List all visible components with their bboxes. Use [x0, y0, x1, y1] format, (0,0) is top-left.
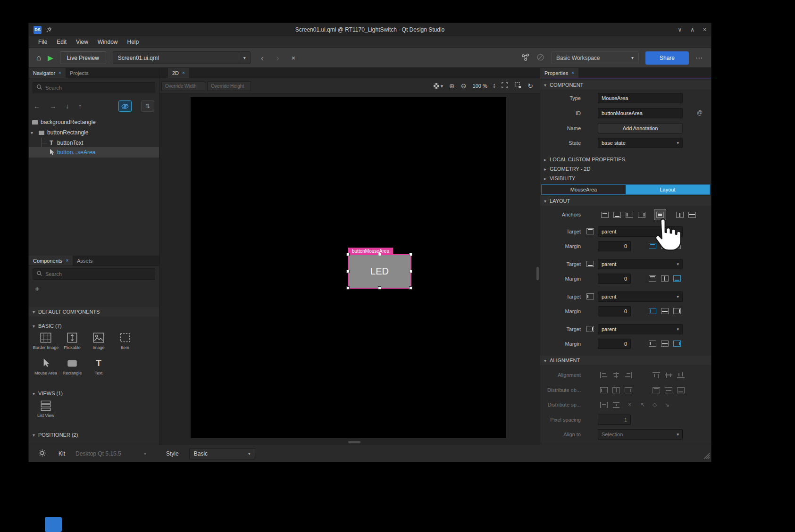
close-icon[interactable]: × [571, 70, 574, 75]
anchor-edge-hcenter-button[interactable] [661, 308, 669, 314]
resize-handle[interactable] [378, 286, 381, 290]
margin-top-field[interactable]: 0 [598, 241, 631, 251]
resize-handle[interactable] [409, 253, 412, 256]
component-mouse-area[interactable]: Mouse Area [33, 357, 59, 375]
maximize-button[interactable]: ∧ [690, 26, 695, 33]
resize-handle[interactable] [378, 253, 381, 256]
pixel-spacing-field[interactable]: 1 [598, 415, 631, 425]
id-field[interactable]: buttonMouseArea [598, 108, 683, 118]
more-options-button[interactable]: ⋯ [695, 54, 703, 62]
align-bottom-icon[interactable] [677, 372, 685, 378]
align-center-h-icon[interactable] [612, 372, 620, 378]
move-left-button[interactable]: ← [33, 102, 40, 110]
close-button[interactable]: × [703, 26, 706, 33]
margin-right-field[interactable]: 0 [598, 339, 631, 349]
navigator-search-input[interactable]: Search [33, 82, 155, 93]
anchor-edge-right-button[interactable] [673, 308, 681, 314]
distribute-origin-bottomright-icon[interactable]: ↘ [665, 402, 669, 408]
anchor-edge-vcenter-button[interactable] [661, 275, 669, 282]
share-button[interactable]: Share [645, 51, 689, 65]
home-icon[interactable]: ⌂ [36, 54, 41, 62]
override-width-input[interactable]: Override Width [161, 81, 205, 91]
menu-view[interactable]: View [71, 37, 93, 47]
section-basic[interactable]: ▾BASIC (7) [29, 321, 159, 331]
align-right-icon[interactable] [625, 372, 632, 378]
components-search-input[interactable]: Search [33, 268, 155, 280]
section-component[interactable]: ▾COMPONENT [540, 80, 711, 90]
background-color-picker[interactable]: ▾ [434, 83, 443, 89]
anchor-bottom-button[interactable] [611, 209, 623, 220]
no-distribute-icon[interactable]: × [628, 402, 631, 408]
tab-components[interactable]: Components× [29, 256, 73, 266]
zoom-out-button[interactable]: ⊖ [461, 82, 467, 90]
anchor-edge-left-button[interactable] [649, 308, 656, 314]
horizontal-scrollbar[interactable] [348, 441, 360, 443]
section-visibility[interactable]: ▸VISIBILITY [540, 174, 711, 183]
nav-back-button[interactable]: ‹ [261, 53, 264, 63]
open-file-dropdown[interactable]: Screen01.ui.qml ▾ [113, 51, 251, 64]
margin-left-field[interactable]: 0 [598, 306, 631, 316]
type-field[interactable]: MouseArea [598, 93, 683, 103]
kit-dropdown[interactable]: Desktop Qt 5.15.5▾ [75, 450, 146, 457]
close-icon[interactable]: × [59, 70, 61, 75]
state-dropdown[interactable]: base state▾ [598, 138, 683, 148]
component-list-view[interactable]: List View [33, 400, 59, 418]
vertical-scrollbar[interactable] [536, 267, 539, 280]
component-flickable[interactable]: Flickable [59, 332, 85, 350]
section-views[interactable]: ▾VIEWS (1) [29, 389, 159, 398]
tab-navigator[interactable]: Navigator× [29, 68, 66, 78]
tab-projects[interactable]: Projects [66, 68, 93, 78]
zoom-stepper[interactable]: ▴▾ [494, 83, 495, 89]
pin-icon[interactable] [46, 27, 52, 33]
distribute-center-h-icon[interactable] [612, 387, 620, 393]
distribute-origin-center-icon[interactable]: ◇ [653, 402, 657, 408]
resize-handle[interactable] [346, 286, 350, 290]
distribute-spacing-h-icon[interactable] [600, 402, 608, 408]
menu-help[interactable]: Help [123, 37, 144, 47]
live-preview-button[interactable]: Live Preview [60, 51, 106, 64]
override-height-input[interactable]: Override Height [207, 81, 251, 91]
move-down-button[interactable]: ↓ [66, 102, 69, 110]
component-item[interactable]: Item [112, 332, 138, 350]
align-left-icon[interactable] [600, 372, 608, 378]
target-left-dropdown[interactable]: parent▾ [598, 291, 683, 302]
distribute-bottom-icon[interactable] [677, 387, 685, 393]
move-up-button[interactable]: ↑ [78, 102, 82, 110]
anchor-edge-bottom-button[interactable] [673, 275, 681, 282]
align-middle-v-icon[interactable] [665, 372, 672, 378]
distribute-left-icon[interactable] [600, 387, 608, 393]
close-document-button[interactable]: × [292, 54, 296, 62]
tab-mousearea[interactable]: MouseArea [542, 185, 626, 194]
component-image[interactable]: Image [85, 332, 112, 350]
tab-properties[interactable]: Properties× [540, 68, 578, 78]
caret-down-icon[interactable]: ▾ [31, 130, 33, 135]
section-positioner[interactable]: ▾POSITIONER (2) [29, 430, 159, 440]
anchor-top-button[interactable] [599, 209, 611, 220]
section-default-components[interactable]: ▾DEFAULT COMPONENTS [29, 307, 159, 316]
tree-item-backgroundRectangle[interactable]: backgroundRectangle [29, 117, 159, 127]
close-icon[interactable]: × [66, 258, 68, 263]
style-dropdown[interactable]: Basic▾ [189, 448, 255, 459]
section-geometry-2d[interactable]: ▸GEOMETRY - 2D [540, 164, 711, 174]
minimize-button[interactable]: ∨ [678, 26, 682, 33]
margin-bottom-field[interactable]: 0 [598, 274, 631, 284]
zoom-selection-button[interactable] [514, 82, 521, 90]
distribute-top-icon[interactable] [653, 387, 660, 393]
align-to-dropdown[interactable]: Selection▾ [598, 429, 683, 440]
sort-order-toggle[interactable]: ⇅ [141, 100, 154, 112]
run-button[interactable]: ▶ [48, 54, 53, 61]
anchor-edge-hcenter-button[interactable] [661, 341, 669, 347]
nav-forward-button[interactable]: › [276, 53, 279, 63]
align-top-icon[interactable] [653, 372, 660, 378]
anchor-left-button[interactable] [623, 209, 636, 220]
anchor-edge-left-button[interactable] [649, 341, 656, 347]
target-right-dropdown[interactable]: parent▾ [598, 324, 683, 334]
menu-window[interactable]: Window [93, 37, 123, 47]
target-bottom-dropdown[interactable]: parent▾ [598, 259, 683, 269]
filter-invisible-toggle[interactable] [118, 100, 132, 112]
section-layout[interactable]: ▾LAYOUT [540, 196, 711, 206]
tree-item-buttonRectangle[interactable]: ▾ buttonRectangle [29, 127, 159, 138]
component-rectangle[interactable]: Rectangle [59, 357, 85, 375]
workspace-dropdown[interactable]: Basic Workspace ▾ [551, 51, 639, 64]
move-right-button[interactable]: → [50, 102, 56, 110]
